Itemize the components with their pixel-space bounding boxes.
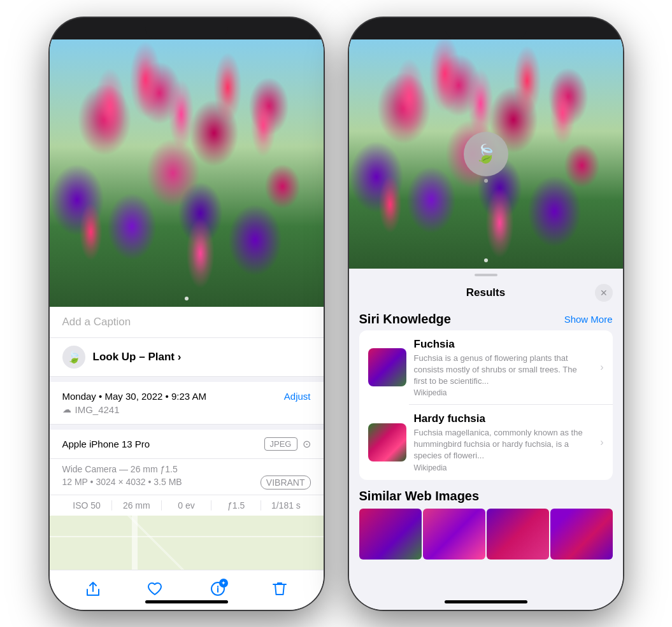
info-section: Monday • May 30, 2022 • 9:23 AM Adjust ☁…: [50, 382, 324, 424]
like-button[interactable]: [147, 582, 162, 596]
photo-flowers: [50, 39, 324, 307]
lens-text: Wide Camera — 26 mm ƒ1.5: [62, 464, 311, 474]
flower-overlay: [50, 39, 324, 307]
date-row: Monday • May 30, 2022 • 9:23 AM Adjust: [62, 391, 311, 402]
knowledge-card: Fuchsia Fuchsia is a genus of flowering …: [359, 330, 613, 480]
right-page-dot: [484, 258, 488, 262]
toolbar: ✦: [50, 570, 324, 610]
right-screen: 🍃 Results ✕ Siri Knowledge Show More: [349, 39, 623, 610]
notch: [145, 18, 228, 39]
similar-img-3[interactable]: [487, 509, 549, 560]
results-title: Results: [377, 286, 595, 299]
ev-value: 0 ev: [162, 500, 211, 511]
photo-area[interactable]: [50, 39, 324, 307]
fuchsia-desc: Fuchsia is a genus of flowering plants t…: [414, 353, 593, 388]
lookup-chevron: ›: [178, 351, 182, 363]
siri-knowledge-header: Siri Knowledge Show More: [349, 307, 623, 330]
focal-value: 26 mm: [112, 500, 162, 511]
vibrant-badge: VIBRANT: [261, 476, 311, 490]
fuchsia-chevron: ›: [600, 362, 603, 373]
info-button[interactable]: ✦: [210, 581, 225, 596]
camera-badges: JPEG ⊙: [264, 437, 311, 451]
hardy-desc: Fuchsia magellanica, commonly known as t…: [414, 427, 593, 462]
fuchsia-source: Wikipedia: [414, 388, 593, 397]
exif-row: ISO 50 26 mm 0 ev ƒ1.5 1/181 s: [50, 495, 324, 516]
thumb-flowers-2: [368, 423, 406, 461]
caption-area[interactable]: Add a Caption: [50, 307, 324, 337]
results-header: Results ✕: [349, 276, 623, 307]
format-badge: JPEG: [264, 437, 297, 451]
camera-name: Apple iPhone 13 Pro: [62, 439, 150, 449]
home-indicator-left: [145, 600, 228, 603]
mp-text: 12 MP • 3024 × 4032 • 3.5 MB: [62, 477, 182, 487]
lookup-label: Look Up –: [93, 351, 145, 363]
fuchsia-thumb: [368, 348, 406, 386]
similar-title: Similar Web Images: [349, 489, 623, 509]
info-badge: ✦: [219, 579, 228, 588]
aperture-value: ƒ1.5: [211, 500, 261, 511]
similar-img-4[interactable]: [550, 509, 613, 560]
siri-knowledge-title: Siri Knowledge: [359, 312, 451, 327]
hardy-name: Hardy fuchsia: [414, 412, 593, 425]
adjust-link[interactable]: Adjust: [284, 391, 311, 402]
close-button[interactable]: ✕: [595, 284, 613, 302]
map-area[interactable]: [50, 516, 324, 570]
camera-header: Apple iPhone 13 Pro JPEG ⊙: [50, 430, 324, 459]
right-photo-area[interactable]: 🍃: [349, 39, 623, 269]
iso-value: ISO 50: [62, 500, 112, 511]
map-roads: [50, 516, 324, 570]
similar-img-2[interactable]: [423, 509, 485, 560]
lookup-row[interactable]: 🍃 Look Up – Plant ›: [50, 338, 324, 376]
fuchsia-content: Fuchsia Fuchsia is a genus of flowering …: [414, 338, 593, 398]
divider-3: [50, 424, 324, 425]
share-button[interactable]: [86, 581, 100, 597]
thumb-flowers-1: [368, 348, 406, 386]
similar-images: [349, 509, 623, 560]
hardy-content: Hardy fuchsia Fuchsia magellanica, commo…: [414, 412, 593, 472]
knowledge-item-hardy[interactable]: Hardy fuchsia Fuchsia magellanica, commo…: [359, 405, 613, 480]
lookup-text: Look Up – Plant ›: [93, 351, 182, 363]
show-more-link[interactable]: Show More: [564, 314, 613, 325]
lookup-icon: 🍃: [62, 346, 85, 369]
lookup-subject: Plant: [148, 351, 175, 363]
siri-dot: [484, 179, 488, 183]
filename-row: ☁ IMG_4241: [62, 404, 311, 415]
fuchsia-name: Fuchsia: [414, 338, 593, 351]
divider-2: [50, 376, 324, 377]
siri-lookup-button[interactable]: 🍃: [464, 132, 508, 176]
siri-leaf-icon: 🍃: [475, 143, 497, 164]
results-panel: Results ✕ Siri Knowledge Show More Fuchs…: [349, 269, 623, 610]
cloud-icon: ☁: [62, 404, 71, 414]
hardy-thumb: [368, 423, 406, 461]
left-screen: Add a Caption 🍃 Look Up – Plant › Monday…: [50, 39, 324, 610]
caption-placeholder[interactable]: Add a Caption: [62, 316, 131, 328]
camera-detail-sub: 12 MP • 3024 × 4032 • 3.5 MB VIBRANT: [62, 476, 311, 490]
similar-section: Similar Web Images: [349, 481, 623, 560]
left-phone: Add a Caption 🍃 Look Up – Plant › Monday…: [50, 18, 324, 610]
leaf-icon: 🍃: [67, 350, 81, 364]
date-text: Monday • May 30, 2022 • 9:23 AM: [62, 391, 206, 402]
filename-text: IMG_4241: [75, 404, 120, 415]
hardy-source: Wikipedia: [414, 463, 593, 472]
camera-detail-row: Wide Camera — 26 mm ƒ1.5 12 MP • 3024 × …: [50, 459, 324, 495]
hardy-chevron: ›: [600, 437, 603, 448]
delete-button[interactable]: [273, 581, 287, 596]
home-indicator-right: [445, 600, 527, 603]
knowledge-item-fuchsia[interactable]: Fuchsia Fuchsia is a genus of flowering …: [359, 330, 613, 405]
page-dot: [185, 297, 189, 300]
similar-img-1[interactable]: [359, 509, 422, 560]
right-phone: 🍃 Results ✕ Siri Knowledge Show More: [349, 18, 623, 610]
location-icon: ⊙: [303, 438, 311, 450]
notch-right: [445, 18, 527, 39]
camera-section: Apple iPhone 13 Pro JPEG ⊙ Wide Camera —…: [50, 430, 324, 516]
shutter-value: 1/181 s: [261, 500, 310, 511]
